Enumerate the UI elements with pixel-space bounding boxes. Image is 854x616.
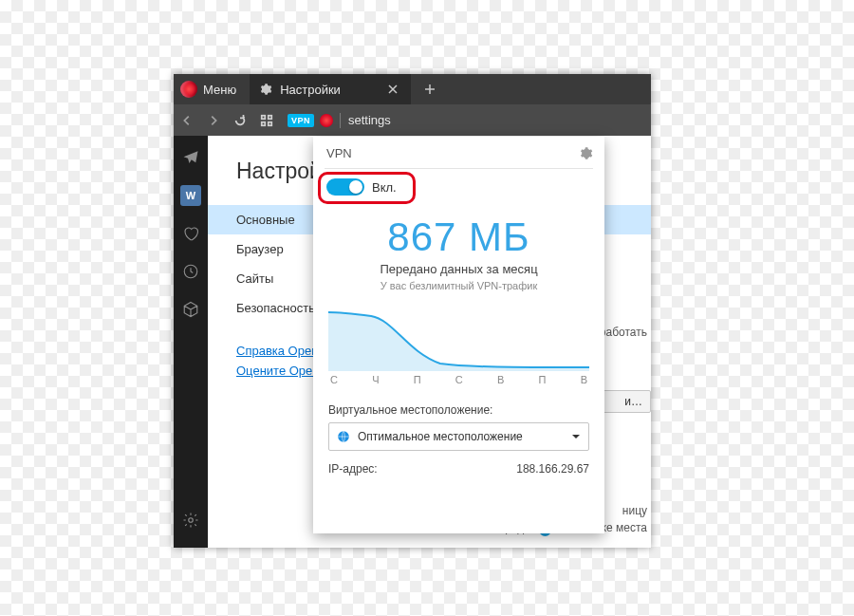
vpn-toggle-label: Вкл. [372,180,397,195]
partial-text: работать [600,326,647,339]
reload-button[interactable] [227,104,253,136]
sidebar-settings[interactable] [180,510,201,531]
chart-tick: П [414,374,421,385]
tab-label: Настройки [280,83,341,97]
titlebar: Меню Настройки [174,74,651,104]
browser-window: Меню Настройки VPN settings W [174,74,651,548]
vpn-data-caption: Передано данных за месяц [313,262,604,276]
svg-rect-0 [262,115,266,119]
chart-tick: С [455,374,463,385]
vpn-badge[interactable]: VPN [288,114,314,127]
chart-tick: Ч [372,374,379,385]
speed-dial-button[interactable] [253,104,280,136]
caret-down-icon [571,432,581,441]
partial-button[interactable]: и… [603,390,651,413]
close-icon[interactable] [388,84,398,94]
svg-rect-3 [269,121,272,125]
divider [340,113,341,128]
svg-rect-1 [269,115,272,119]
sidebar-telegram[interactable] [180,147,201,168]
chart-tick: В [581,374,587,385]
tab-settings[interactable]: Настройки [250,74,411,104]
forward-button[interactable] [200,104,227,136]
vpn-data-amount: 867 МБ [313,215,604,260]
partial-text: ницу [622,504,647,517]
chart-tick: С [330,374,338,385]
vpn-location-select[interactable]: Оптимальное местоположение [328,422,589,451]
back-button[interactable] [174,104,200,136]
vpn-usage-chart: С Ч П С В П В [328,305,589,386]
vpn-data-subcaption: У вас безлимитный VPN-трафик [313,280,604,291]
vpn-location-label: Виртуальное местоположение: [328,403,589,417]
new-tab-button[interactable] [424,84,436,95]
vpn-location-value: Оптимальное местоположение [358,430,523,443]
sidebar-heart[interactable] [180,223,201,244]
chart-tick: В [497,374,504,385]
sidebar: W [174,136,208,548]
globe-icon [337,430,350,443]
opera-icon [320,114,333,127]
vpn-ip-label: IP-адрес: [328,462,378,476]
sidebar-clock[interactable] [180,261,201,282]
vpn-panel: VPN Вкл. 867 МБ Передано данных за месяц… [313,137,604,533]
address-text[interactable]: settings [348,113,391,127]
sidebar-vk[interactable]: W [180,185,201,206]
chart-tick: П [539,374,547,385]
address-bar: VPN settings [174,104,651,136]
gear-icon[interactable] [579,146,593,160]
vpn-panel-title: VPN [326,146,579,160]
vpn-toggle[interactable] [326,178,364,196]
svg-point-5 [189,518,194,523]
sidebar-cube[interactable] [180,299,201,320]
svg-rect-2 [262,121,266,125]
gear-icon [259,83,272,96]
menu-button[interactable]: Меню [203,83,236,97]
opera-logo-icon [180,81,197,98]
vpn-ip-value: 188.166.29.67 [516,462,589,476]
